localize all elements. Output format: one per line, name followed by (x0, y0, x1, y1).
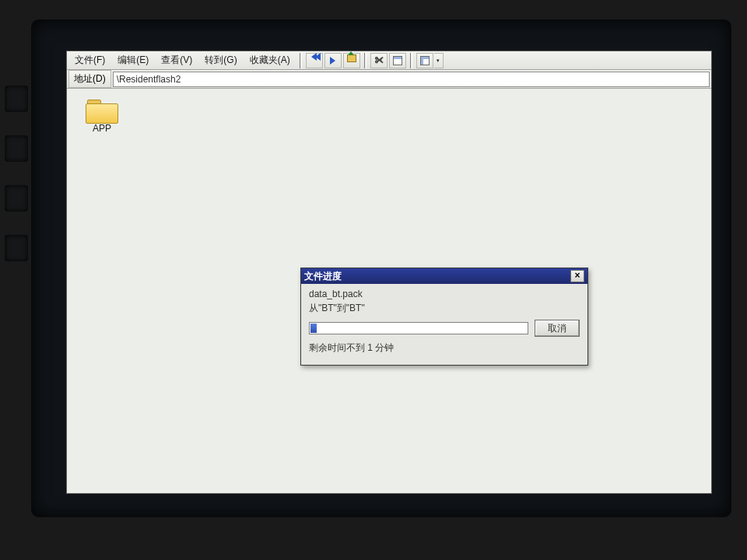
hardware-button (5, 86, 28, 112)
menu-edit[interactable]: 编辑(E) (111, 52, 155, 68)
toolbar-separator (410, 53, 412, 68)
toolbar-separator (300, 53, 302, 68)
folder-label: APP (93, 123, 111, 134)
toolbar-separator (364, 53, 366, 68)
screen-area: 文件(F) 编辑(E) 查看(V) 转到(G) 收藏夹(A) (66, 51, 712, 494)
file-view[interactable]: APP 文件进度 × data_bt.pack 从"BT"到"BT" (67, 89, 711, 493)
folder-up-icon (347, 54, 356, 66)
views-icon (420, 56, 430, 65)
progress-fromto: 从"BT"到"BT" (309, 302, 580, 315)
properties-icon (393, 56, 402, 65)
close-icon: × (574, 270, 580, 281)
menu-bar: 文件(F) 编辑(E) 查看(V) 转到(G) 收藏夹(A) (67, 51, 711, 70)
properties-button[interactable] (389, 53, 406, 68)
nav-back-icon (311, 52, 317, 68)
monitor-bezel: 文件(F) 编辑(E) 查看(V) 转到(G) 收藏夹(A) (31, 19, 731, 517)
dialog-close-button[interactable]: × (570, 270, 584, 282)
cut-icon (374, 55, 384, 66)
dialog-body: data_bt.pack 从"BT"到"BT" 取消 剩余时间不到 1 分钟 (301, 284, 587, 365)
address-label[interactable]: 地址(D) (68, 70, 111, 88)
dialog-titlebar[interactable]: 文件进度 × (301, 268, 587, 284)
nav-forward-icon (330, 57, 335, 65)
menu-view[interactable]: 查看(V) (155, 52, 198, 68)
chevron-down-icon[interactable]: ▾ (434, 53, 444, 68)
cancel-button[interactable]: 取消 (535, 320, 580, 337)
address-bar: 地址(D) (67, 70, 711, 89)
dialog-title-text: 文件进度 (304, 270, 570, 283)
folder-item-app[interactable]: APP (75, 96, 129, 134)
nav-back-button[interactable] (306, 53, 323, 68)
folder-up-button[interactable] (343, 53, 360, 68)
progress-bar (309, 322, 528, 334)
hardware-button (5, 185, 28, 212)
progress-bar-fill (310, 324, 317, 333)
folder-icon (86, 96, 118, 123)
views-button[interactable]: ▾ (416, 53, 444, 68)
address-input[interactable] (113, 72, 710, 87)
progress-remaining: 剩余时间不到 1 分钟 (309, 341, 580, 355)
file-progress-dialog: 文件进度 × data_bt.pack 从"BT"到"BT" 取消 剩余时间不到… (300, 268, 588, 366)
menu-go[interactable]: 转到(G) (198, 52, 243, 68)
hardware-button (5, 235, 28, 261)
menu-favorites[interactable]: 收藏夹(A) (244, 52, 296, 68)
nav-forward-button[interactable] (324, 53, 342, 68)
hardware-button (5, 135, 28, 162)
cut-button[interactable] (370, 53, 388, 68)
progress-filename: data_bt.pack (309, 289, 580, 299)
menu-file[interactable]: 文件(F) (68, 52, 111, 68)
